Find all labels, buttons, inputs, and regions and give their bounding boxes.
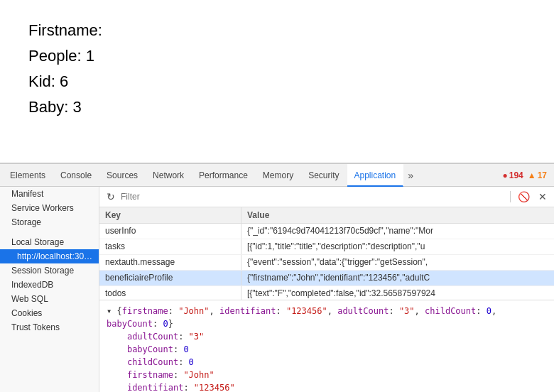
sidebar-item-storage[interactable]: Storage <box>0 215 99 229</box>
kv-header-value: Value <box>241 207 554 223</box>
tab-sources[interactable]: Sources <box>99 164 146 187</box>
kv-table: Key Value userInfo {"_id":"6194c9d740412… <box>99 207 554 300</box>
sidebar-item-cookies[interactable]: Cookies <box>0 306 99 320</box>
kv-key: userInfo <box>99 224 241 239</box>
refresh-button[interactable]: ↻ <box>104 190 118 204</box>
devtools-tabbar: Elements Console Sources Network Perform… <box>0 164 554 187</box>
firstname-label: Firstname: <box>28 21 102 39</box>
people-field: People: 1 <box>28 47 526 65</box>
kv-value: [{"text":"F","completed":false,"id":32.5… <box>241 286 554 300</box>
baby-label: Baby: <box>28 98 68 116</box>
firstname-field: Firstname: <box>28 21 526 40</box>
tab-performance[interactable]: Performance <box>192 164 256 187</box>
error-count: 194 <box>509 170 523 180</box>
error-badge: ● 194 <box>502 170 523 180</box>
filter-clear-button[interactable]: ✕ <box>536 190 550 204</box>
json-line: childCount: 0 <box>107 356 547 369</box>
json-line: firstname: "John" <box>107 369 547 381</box>
sidebar-item-manifest[interactable]: Manifest <box>0 187 99 201</box>
kid-field: Kid: 6 <box>28 72 526 91</box>
error-icon: ● <box>502 170 507 180</box>
kv-table-header: Key Value <box>99 207 554 224</box>
table-row[interactable]: todos [{"text":"F","completed":false,"id… <box>99 286 554 300</box>
table-row[interactable]: userInfo {"_id":"6194c9d74041213f70c5d9c… <box>99 224 554 239</box>
tab-network[interactable]: Network <box>146 164 192 187</box>
table-row[interactable]: beneficiaireProfile {"firstname":"John",… <box>99 271 554 286</box>
more-tabs-button[interactable]: » <box>403 164 418 187</box>
warning-count: 17 <box>538 170 547 180</box>
tab-application[interactable]: Application <box>347 164 404 187</box>
filter-bar: ↻ 🚫 ✕ <box>99 187 554 207</box>
sidebar-item-trust-tokens[interactable]: Trust Tokens <box>0 320 99 334</box>
warning-icon: ▲ <box>528 170 536 180</box>
baby-field: Baby: 3 <box>28 98 526 116</box>
kv-key: todos <box>99 286 241 300</box>
tab-console[interactable]: Console <box>53 164 99 187</box>
kv-key: beneficiaireProfile <box>99 271 241 285</box>
json-line: adultCount: "3" <box>107 330 547 343</box>
filter-block-button[interactable]: 🚫 <box>515 190 533 204</box>
devtools-body: Manifest Service Workers Storage Local S… <box>0 187 554 392</box>
people-label: People: <box>28 47 82 65</box>
devtools-error-badges: ● 194 ▲ 17 <box>502 170 551 180</box>
main-content: Firstname: People: 1 Kid: 6 Baby: 3 <box>0 0 554 163</box>
json-line: babyCount: 0 <box>107 343 547 356</box>
kv-header-key: Key <box>99 207 241 223</box>
kv-rows-container: userInfo {"_id":"6194c9d74041213f70c5d9c… <box>99 224 554 300</box>
sidebar-item-indexeddb[interactable]: IndexedDB <box>0 278 99 292</box>
table-row[interactable]: tasks [{"id":1,"title":"title","descript… <box>99 239 554 255</box>
filter-input[interactable] <box>121 192 506 202</box>
json-root-line: ▾ {firstname: "John", identifiant: "1234… <box>107 305 547 330</box>
tab-security[interactable]: Security <box>301 164 347 187</box>
sidebar-item-service-workers[interactable]: Service Workers <box>0 201 99 215</box>
devtools-panel: Elements Console Sources Network Perform… <box>0 163 554 392</box>
kid-label: Kid: <box>28 72 55 90</box>
table-row[interactable]: nextauth.message {"event":"session","dat… <box>99 255 554 271</box>
kv-value: {"_id":"6194c9d74041213f70c5d9cf","name"… <box>241 224 554 239</box>
tab-elements[interactable]: Elements <box>3 164 53 187</box>
tab-memory[interactable]: Memory <box>256 164 301 187</box>
kv-value: [{"id":1,"title":"title","description":"… <box>241 239 554 254</box>
json-preview: ▾ {firstname: "John", identifiant: "1234… <box>99 300 554 392</box>
kv-key: nextauth.message <box>99 255 241 270</box>
sidebar-item-localhost[interactable]: http://localhost:3000 <box>0 249 99 263</box>
kv-key: tasks <box>99 239 241 254</box>
sidebar-item-local-storage[interactable]: Local Storage <box>0 235 99 249</box>
sidebar-item-web-sql[interactable]: Web SQL <box>0 292 99 306</box>
devtools-main-panel: ↻ 🚫 ✕ Key Value userInfo {"_id":"6194c9d… <box>99 187 554 392</box>
devtools-sidebar: Manifest Service Workers Storage Local S… <box>0 187 99 392</box>
json-lines-container: adultCount: "3" babyCount: 0 childCount:… <box>107 330 547 392</box>
sidebar-item-session-storage[interactable]: Session Storage <box>0 263 99 278</box>
warning-badge: ▲ 17 <box>528 170 547 180</box>
kv-value: {"firstname":"John","identifiant":"12345… <box>241 271 554 285</box>
filter-separator <box>510 191 511 202</box>
json-line: identifiant: "123456" <box>107 381 547 392</box>
kv-value: {"event":"session","data":{"trigger":"ge… <box>241 255 554 270</box>
